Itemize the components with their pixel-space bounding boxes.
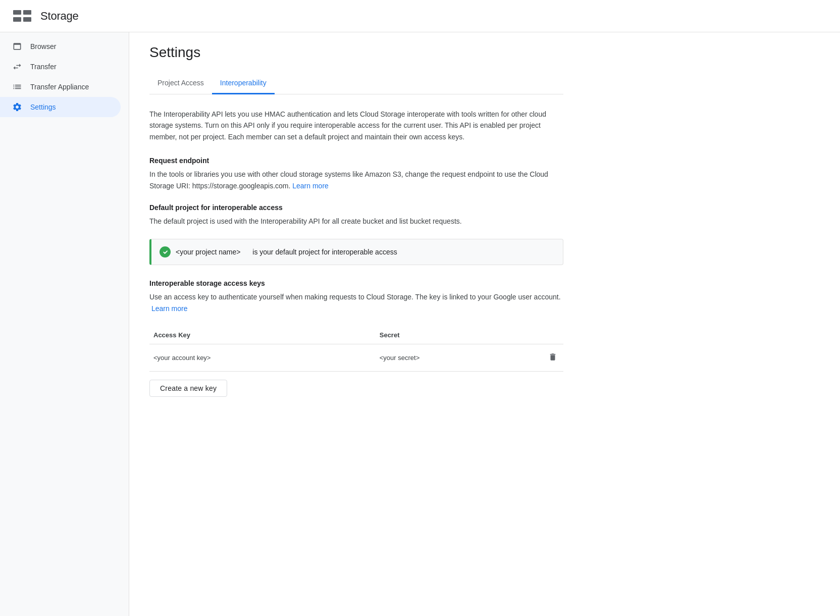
project-info-box: <your project name> is your default proj… xyxy=(149,239,563,265)
project-suffix: is your default project for interoperabl… xyxy=(252,248,397,256)
sidebar-item-settings[interactable]: Settings xyxy=(0,97,121,117)
tab-project-access[interactable]: Project Access xyxy=(149,73,212,94)
delete-key-button[interactable] xyxy=(546,350,559,365)
sidebar: Browser Transfer Transfer Appliance Sett… xyxy=(0,32,129,616)
app-title: Storage xyxy=(40,10,79,23)
cell-secret: <your secret> xyxy=(376,344,542,372)
sidebar-item-browser[interactable]: Browser xyxy=(0,36,121,57)
project-name: <your project name> xyxy=(176,248,240,256)
access-keys-learn-more[interactable]: Learn more xyxy=(151,304,188,313)
gear-icon xyxy=(12,102,22,112)
list-icon xyxy=(12,82,22,92)
interoperability-description: The Interoperability API lets you use HM… xyxy=(149,109,563,142)
request-endpoint-body: In the tools or libraries you use with o… xyxy=(149,169,563,191)
content-area: Settings Project Access Interoperability… xyxy=(129,32,840,616)
sidebar-item-transfer-appliance[interactable]: Transfer Appliance xyxy=(0,77,121,97)
default-project-title: Default project for interoperable access xyxy=(149,203,563,212)
col-actions xyxy=(542,326,563,344)
main-layout: Browser Transfer Transfer Appliance Sett… xyxy=(0,32,840,616)
cell-access-key: <your account key> xyxy=(149,344,376,372)
default-project-body: The default project is used with the Int… xyxy=(149,216,563,227)
svg-point-0 xyxy=(160,246,171,258)
access-keys-body: Use an access key to authenticate yourse… xyxy=(149,291,563,314)
app-logo xyxy=(12,9,32,24)
sidebar-item-browser-label: Browser xyxy=(30,42,56,50)
tabs-bar: Project Access Interoperability xyxy=(149,73,563,94)
request-endpoint-learn-more[interactable]: Learn more xyxy=(292,182,329,190)
sidebar-item-settings-label: Settings xyxy=(30,103,56,111)
sidebar-item-transfer-label: Transfer xyxy=(30,63,57,71)
request-endpoint-section: Request endpoint In the tools or librari… xyxy=(149,157,563,191)
col-access-key: Access Key xyxy=(149,326,376,344)
top-header: Storage xyxy=(0,0,840,32)
default-project-section: Default project for interoperable access… xyxy=(149,203,563,265)
col-secret: Secret xyxy=(376,326,542,344)
trash-icon xyxy=(548,352,557,362)
create-new-key-button[interactable]: Create a new key xyxy=(149,380,227,397)
sidebar-item-transfer-appliance-label: Transfer Appliance xyxy=(30,83,89,91)
bucket-icon xyxy=(12,41,22,52)
access-keys-section: Interoperable storage access keys Use an… xyxy=(149,279,563,397)
sidebar-item-transfer[interactable]: Transfer xyxy=(0,57,121,77)
page-title: Settings xyxy=(149,44,563,61)
check-circle-icon xyxy=(160,246,171,258)
access-keys-table: Access Key Secret <your account key> <yo… xyxy=(149,326,563,372)
access-keys-title: Interoperable storage access keys xyxy=(149,279,563,287)
tab-interoperability[interactable]: Interoperability xyxy=(212,73,275,94)
transfer-icon xyxy=(12,62,22,72)
request-endpoint-title: Request endpoint xyxy=(149,157,563,165)
table-row: <your account key> <your secret> xyxy=(149,344,563,372)
